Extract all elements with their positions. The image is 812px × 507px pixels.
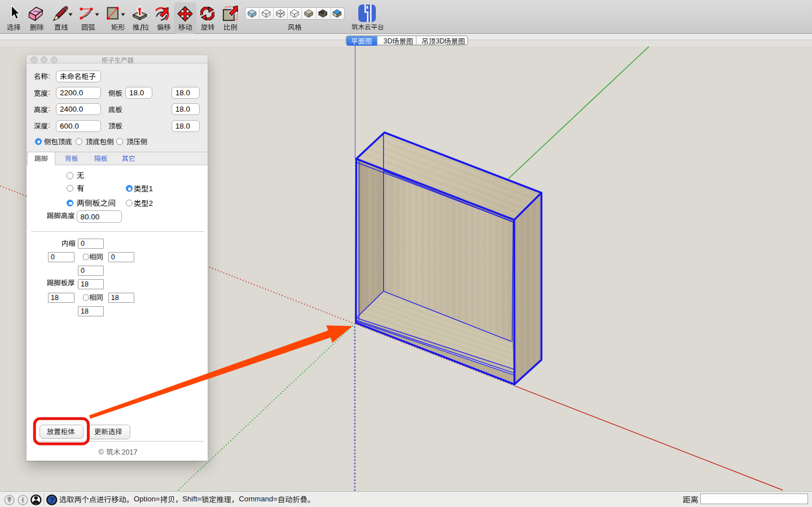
svg-text:?: ? — [50, 496, 54, 504]
